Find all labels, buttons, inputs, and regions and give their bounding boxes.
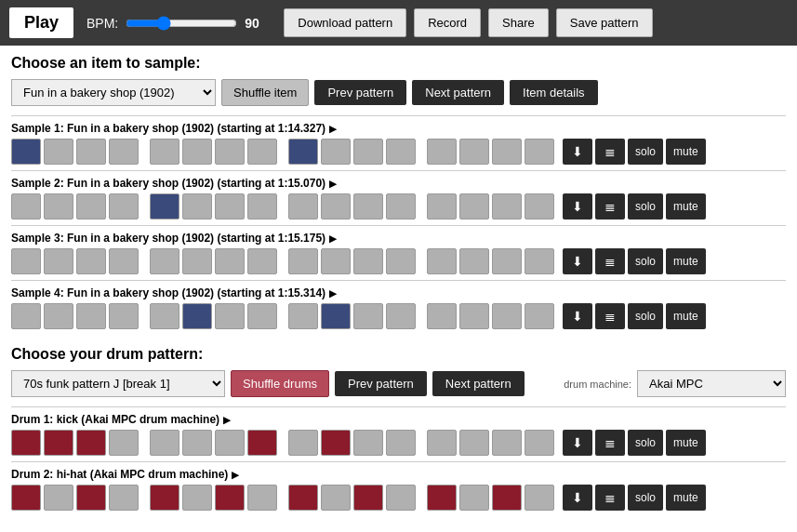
beat-4-9[interactable]: [321, 303, 351, 329]
beat-1-5[interactable]: [182, 430, 212, 456]
beat-1-2[interactable]: [76, 139, 106, 165]
play-sample-icon-3[interactable]: ▶: [329, 233, 337, 244]
drum-prev-pattern-button[interactable]: Prev pattern: [335, 371, 427, 396]
play-sample-icon-1[interactable]: ▶: [329, 124, 337, 134]
eq-button-3[interactable]: ≣: [595, 248, 625, 274]
mute-button-2[interactable]: mute: [666, 193, 706, 219]
beat-1-15[interactable]: [525, 430, 554, 456]
beat-1-9[interactable]: [321, 430, 351, 456]
beat-4-5[interactable]: [182, 303, 212, 329]
beat-1-0[interactable]: [11, 139, 41, 165]
eq-button-1[interactable]: ≣: [595, 430, 625, 456]
play-sample-icon-2[interactable]: ▶: [329, 179, 337, 189]
download-sample-button-3[interactable]: ⬇: [563, 248, 592, 274]
beat-3-8[interactable]: [288, 248, 318, 274]
beat-2-12[interactable]: [427, 193, 457, 219]
prev-pattern-button[interactable]: Prev pattern: [314, 80, 406, 105]
solo-button-3[interactable]: solo: [628, 248, 663, 274]
beat-4-10[interactable]: [353, 303, 383, 329]
beat-1-6[interactable]: [215, 139, 245, 165]
beat-4-7[interactable]: [247, 303, 277, 329]
beat-1-13[interactable]: [459, 139, 489, 165]
beat-2-13[interactable]: [459, 193, 489, 219]
beat-1-7[interactable]: [247, 430, 277, 456]
beat-2-10[interactable]: [353, 193, 383, 219]
beat-4-15[interactable]: [525, 303, 554, 329]
beat-1-3[interactable]: [109, 139, 139, 165]
solo-button-4[interactable]: solo: [628, 303, 663, 329]
beat-1-10[interactable]: [353, 139, 383, 165]
beat-2-2[interactable]: [76, 193, 106, 219]
sample-select[interactable]: Fun in a bakery shop (1902): [11, 79, 216, 106]
beat-2-15[interactable]: [525, 485, 554, 511]
solo-button-2[interactable]: solo: [628, 193, 663, 219]
beat-2-1[interactable]: [44, 485, 73, 511]
beat-4-0[interactable]: [11, 303, 41, 329]
beat-1-5[interactable]: [182, 139, 212, 165]
beat-1-3[interactable]: [109, 430, 139, 456]
beat-4-12[interactable]: [427, 303, 457, 329]
beat-2-7[interactable]: [247, 193, 277, 219]
beat-2-1[interactable]: [44, 193, 73, 219]
beat-2-2[interactable]: [76, 485, 106, 511]
beat-3-0[interactable]: [11, 248, 41, 274]
beat-1-1[interactable]: [44, 139, 73, 165]
beat-4-3[interactable]: [109, 303, 139, 329]
beat-2-6[interactable]: [215, 193, 245, 219]
beat-3-15[interactable]: [525, 248, 554, 274]
beat-3-5[interactable]: [182, 248, 212, 274]
beat-2-15[interactable]: [525, 193, 554, 219]
play-button[interactable]: Play: [9, 7, 73, 38]
next-pattern-button[interactable]: Next pattern: [412, 80, 504, 105]
beat-3-11[interactable]: [386, 248, 416, 274]
drum-next-pattern-button[interactable]: Next pattern: [432, 371, 525, 396]
beat-3-4[interactable]: [150, 248, 179, 274]
beat-3-13[interactable]: [459, 248, 489, 274]
beat-1-8[interactable]: [288, 430, 318, 456]
drum-pattern-select[interactable]: 70s funk pattern J [break 1]: [11, 370, 225, 397]
mute-button-1[interactable]: mute: [666, 139, 706, 165]
beat-2-9[interactable]: [321, 193, 351, 219]
mute-button-2[interactable]: mute: [666, 485, 706, 511]
beat-2-14[interactable]: [492, 485, 522, 511]
solo-button-1[interactable]: solo: [628, 430, 663, 456]
beat-2-11[interactable]: [386, 485, 416, 511]
beat-3-1[interactable]: [44, 248, 73, 274]
beat-3-7[interactable]: [247, 248, 277, 274]
beat-2-7[interactable]: [247, 485, 277, 511]
item-details-button[interactable]: Item details: [510, 80, 597, 105]
beat-3-14[interactable]: [492, 248, 522, 274]
beat-3-3[interactable]: [109, 248, 139, 274]
beat-2-5[interactable]: [182, 193, 212, 219]
share-button[interactable]: Share: [488, 8, 549, 37]
beat-1-1[interactable]: [44, 430, 73, 456]
download-sample-button-2[interactable]: ⬇: [563, 485, 592, 511]
beat-2-6[interactable]: [215, 485, 245, 511]
download-sample-button-2[interactable]: ⬇: [563, 193, 592, 219]
beat-1-9[interactable]: [321, 139, 351, 165]
save-button[interactable]: Save pattern: [556, 8, 653, 37]
beat-3-12[interactable]: [427, 248, 457, 274]
eq-button-1[interactable]: ≣: [595, 139, 625, 165]
eq-button-4[interactable]: ≣: [595, 303, 625, 329]
beat-4-13[interactable]: [459, 303, 489, 329]
beat-4-8[interactable]: [288, 303, 318, 329]
beat-2-0[interactable]: [11, 193, 41, 219]
shuffle-item-button[interactable]: Shuffle item: [221, 79, 309, 106]
bpm-slider[interactable]: [126, 16, 237, 31]
beat-1-10[interactable]: [353, 430, 383, 456]
beat-1-14[interactable]: [492, 430, 522, 456]
download-button[interactable]: Download pattern: [284, 8, 406, 37]
beat-1-6[interactable]: [215, 430, 245, 456]
eq-button-2[interactable]: ≣: [595, 485, 625, 511]
beat-2-4[interactable]: [150, 193, 179, 219]
play-sample-icon-1[interactable]: ▶: [223, 415, 231, 425]
play-sample-icon-2[interactable]: ▶: [232, 470, 239, 480]
beat-1-15[interactable]: [525, 139, 554, 165]
beat-2-13[interactable]: [459, 485, 489, 511]
mute-button-1[interactable]: mute: [666, 430, 706, 456]
beat-1-4[interactable]: [150, 139, 179, 165]
record-button[interactable]: Record: [414, 8, 481, 37]
beat-2-8[interactable]: [288, 485, 318, 511]
beat-1-13[interactable]: [459, 430, 489, 456]
